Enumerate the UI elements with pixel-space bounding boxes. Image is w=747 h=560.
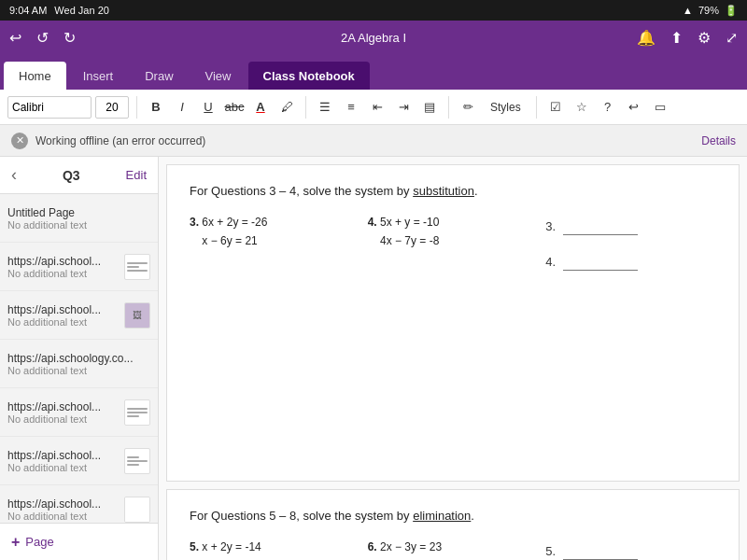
instruction-1: For Questions 3 – 4, solve the system by…: [190, 184, 716, 198]
highlight-button[interactable]: 🖊: [275, 96, 298, 119]
problem-4-spacer: [368, 234, 377, 247]
sidebar-edit-button[interactable]: Edit: [126, 168, 147, 182]
content-area[interactable]: For Questions 3 – 4, solve the system by…: [159, 157, 747, 560]
document-title: 2A Algebra I: [341, 31, 406, 45]
bold-button[interactable]: B: [145, 96, 167, 119]
sidebar-item-7-sub: No additional text: [7, 511, 117, 522]
answer-4-blank: [563, 252, 638, 271]
sidebar-item-6[interactable]: https://api.school... No additional text: [0, 437, 158, 485]
error-bar: ✕ Working offline (an error occurred) De…: [0, 125, 747, 157]
sidebar-item-2-sub: No additional text: [7, 268, 117, 279]
tab-insert[interactable]: Insert: [68, 62, 129, 90]
wifi-icon: ▲: [683, 5, 693, 16]
status-bar: 9:04 AM Wed Jan 20 ▲ 79% 🔋: [0, 0, 747, 21]
problem-5: 5. x + 2y = -14 x − y = 13: [190, 538, 360, 560]
answer-blanks-56: 5. 6.: [545, 538, 716, 560]
add-page-button[interactable]: + Page: [0, 523, 158, 560]
sidebar-item-2-title: https://api.school...: [7, 255, 117, 268]
format-separator-2: [305, 96, 306, 119]
sidebar-thumb-6: [124, 448, 150, 474]
sidebar-item-5[interactable]: https://api.school... No additional text: [0, 388, 158, 437]
format-pencil-button[interactable]: ✏: [457, 96, 479, 119]
problem-5-line1: x + 2y = -14: [202, 540, 261, 553]
font-color-button[interactable]: A: [249, 96, 272, 119]
battery-icon: 🔋: [725, 5, 738, 17]
sidebar-item-2[interactable]: https://api.school... No additional text: [0, 243, 158, 291]
error-close-button[interactable]: ✕: [11, 133, 28, 149]
sidebar-item-3[interactable]: https://api.school... No additional text…: [0, 291, 158, 340]
instruction-2-keyword: elimination: [413, 509, 471, 523]
tab-home[interactable]: Home: [4, 62, 66, 90]
format-separator-3: [448, 96, 449, 119]
answer-blanks-34: 3. 4.: [545, 213, 716, 271]
answer-5-blank: [563, 541, 638, 560]
styles-button[interactable]: Styles: [483, 99, 529, 116]
battery-status: 79%: [698, 5, 719, 16]
answer-5-label: 5.: [545, 544, 556, 558]
redo-icon-1[interactable]: ↺: [36, 29, 49, 47]
problems-grid-1: 3. 6x + 2y = -26 x − 6y = 21 4. 5x + y =…: [190, 213, 716, 271]
tab-draw[interactable]: Draw: [130, 62, 188, 90]
sidebar-thumb-3: 🖼: [124, 302, 150, 329]
details-link[interactable]: Details: [701, 134, 736, 147]
instruction-1-prefix: For Questions 3 – 4, solve the system by: [190, 184, 413, 198]
checkbox-button[interactable]: ☑: [544, 96, 567, 119]
answer-3: 3.: [545, 217, 716, 235]
numbered-button[interactable]: ≡: [340, 96, 362, 119]
star-button[interactable]: ☆: [571, 96, 593, 119]
align-button[interactable]: ▤: [418, 96, 441, 119]
problem-3-spacer: [190, 234, 199, 247]
tab-class-notebook[interactable]: Class Notebook: [248, 62, 370, 90]
settings-icon[interactable]: ⚙: [698, 29, 711, 47]
undo-icon[interactable]: ↩: [9, 29, 21, 47]
bullets-button[interactable]: ☰: [314, 96, 336, 119]
problems-grid-2: 5. x + 2y = -14 x − y = 13 6. 2x − 3y = …: [190, 538, 716, 560]
italic-button[interactable]: I: [171, 96, 193, 119]
sidebar-item-4-sub: No additional text: [7, 365, 150, 376]
sidebar-item-3-sub: No additional text: [7, 316, 117, 328]
sidebar-section-title: Q3: [63, 168, 80, 183]
help-button[interactable]: ?: [597, 96, 619, 119]
undo2-button[interactable]: ↩: [623, 96, 645, 119]
font-size-input[interactable]: [95, 96, 129, 119]
problem-4-line2: 4x − 7y = -8: [380, 234, 439, 247]
instruction-1-keyword: substitution: [413, 184, 474, 198]
format-separator-1: [136, 96, 137, 119]
title-left-icons: ↩ ↺ ↻: [9, 29, 76, 47]
sidebar-item-7[interactable]: https://api.school... No additional text: [0, 485, 158, 523]
notification-icon[interactable]: 🔔: [637, 29, 655, 47]
sidebar-item-5-title: https://api.school...: [7, 400, 117, 413]
sidebar-item-6-title: https://api.school...: [7, 449, 117, 462]
problem-6-num: 6.: [368, 540, 377, 553]
underline-button[interactable]: U: [197, 96, 219, 119]
problem-4-num: 4.: [368, 216, 377, 229]
sidebar-item-5-sub: No additional text: [7, 413, 117, 425]
sidebar-item-1-sub: No additional text: [7, 219, 150, 231]
font-family-input[interactable]: [7, 96, 92, 119]
tab-draw-label: Draw: [145, 69, 173, 83]
sidebar-header: ‹ Q3 Edit: [0, 157, 158, 194]
redo-icon-2[interactable]: ↻: [63, 29, 76, 47]
expand-icon[interactable]: ⤢: [726, 29, 738, 47]
format-separator-4: [536, 96, 537, 119]
page-layout-button[interactable]: ▭: [649, 96, 671, 119]
share-icon[interactable]: ⬆: [670, 29, 683, 47]
status-day: Wed Jan 20: [54, 5, 109, 16]
tab-view[interactable]: View: [190, 62, 247, 90]
sidebar-back-button[interactable]: ‹: [11, 165, 17, 185]
tab-view-label: View: [205, 69, 232, 83]
sidebar-item-1-title: Untitled Page: [7, 206, 150, 219]
sidebar: ‹ Q3 Edit Untitled Page No additional te…: [0, 157, 159, 560]
problem-3-num: 3.: [190, 216, 199, 229]
indent-increase-button[interactable]: ⇥: [392, 96, 415, 119]
strikethrough-button[interactable]: abc: [223, 96, 246, 119]
sidebar-thumb-5: [124, 399, 150, 426]
sidebar-item-4[interactable]: https://api.schoology.co... No additiona…: [0, 340, 158, 388]
indent-decrease-button[interactable]: ⇤: [366, 96, 388, 119]
problem-4-line1: 5x + y = -10: [380, 216, 439, 229]
sidebar-item-1[interactable]: Untitled Page No additional text: [0, 194, 158, 243]
problem-3-line1: 6x + 2y = -26: [202, 216, 267, 229]
tab-bar: Home Insert Draw View Class Notebook: [0, 54, 747, 90]
title-bar: ↩ ↺ ↻ 2A Algebra I 🔔 ⬆ ⚙ ⤢: [0, 21, 747, 54]
sidebar-item-4-title: https://api.schoology.co...: [7, 352, 150, 365]
